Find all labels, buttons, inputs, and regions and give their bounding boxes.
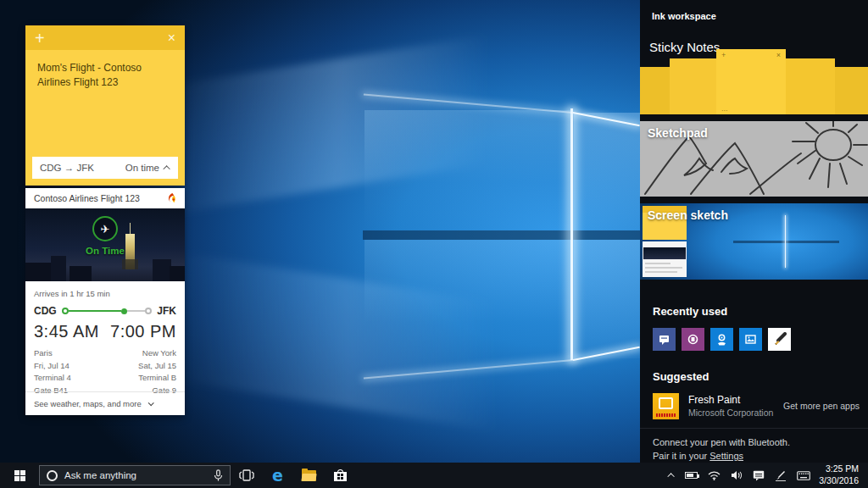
window-pane [574, 113, 640, 230]
suggested-label: Suggested [653, 370, 709, 383]
window-logo-crossbar [363, 230, 643, 240]
on-time-ring: ✈ [92, 216, 118, 241]
see-more-link[interactable]: See weather, maps, and more [25, 391, 185, 415]
task-view-icon [239, 469, 254, 481]
sticky-note-text[interactable]: Mom's Flight - Contoso Airlines Flight 1… [25, 50, 170, 102]
origin-terminal: Terminal 4 [34, 372, 71, 385]
flight-card-title: Contoso Airlines Flight 123 [34, 193, 140, 203]
plane-position-dot [121, 308, 127, 314]
mini-text-line [645, 271, 677, 273]
action-center-button[interactable] [748, 463, 770, 488]
cortana-icon [47, 470, 58, 481]
mini-note-ellipsis: ... [721, 104, 728, 113]
desktop: + × Mom's Flight - Contoso Airlines Flig… [0, 0, 868, 488]
skyline [25, 263, 54, 281]
flight-photo: ✈ On Time [25, 208, 185, 281]
keyboard-icon [797, 471, 810, 480]
ink-workspace-button[interactable] [770, 463, 792, 488]
get-more-pen-apps-link[interactable]: Get more pen apps [783, 401, 860, 411]
destination-details: New York Sat, Jul 15 Terminal B Gate 9 [138, 347, 176, 397]
preview-note: + × ... [716, 49, 786, 114]
add-note-icon[interactable]: + [35, 30, 45, 47]
flight-insight-bar[interactable]: CDG → JFK On time [32, 157, 178, 179]
skyline [170, 266, 185, 281]
departure-time: 3:45 AM [34, 322, 99, 341]
destination-date: Sat, Jul 15 [138, 360, 176, 373]
search-input[interactable]: Ask me anything [39, 465, 231, 485]
window-pane [574, 240, 640, 358]
suggested-app-publisher: Microsoft Corporation [688, 408, 783, 418]
edge-browser-button[interactable]: e [262, 463, 293, 488]
file-explorer-button[interactable] [293, 463, 325, 488]
task-view-button[interactable] [231, 463, 262, 488]
origin-date: Fri, Jul 14 [34, 360, 71, 373]
skyline [153, 259, 171, 281]
pairing-line2-prefix: Pair it in your [653, 451, 709, 461]
recently-used-apps [653, 328, 791, 351]
flight-card-header: Contoso Airlines Flight 123 [25, 188, 185, 208]
store-button[interactable] [325, 463, 356, 488]
recent-app-tile[interactable] [768, 328, 791, 351]
taskbar: Ask me anything e [0, 463, 868, 488]
battery-button[interactable] [680, 463, 703, 488]
window-pane [364, 110, 571, 230]
close-note-icon[interactable]: × [168, 31, 175, 45]
start-button[interactable] [0, 463, 39, 488]
suggested-app-name[interactable]: Fresh Paint [688, 394, 783, 406]
preview-note [670, 58, 716, 114]
chevron-up-icon[interactable] [163, 165, 170, 172]
network-button[interactable] [703, 463, 726, 488]
preview-note [835, 67, 868, 114]
screen-sketch-label: Screen sketch [648, 208, 728, 222]
arrival-time: 7:00 PM [110, 322, 176, 341]
chevron-down-icon [147, 400, 153, 406]
volume-button[interactable] [726, 463, 748, 488]
fresh-paint-app-icon[interactable] [653, 393, 679, 419]
windows-logo-icon [14, 470, 25, 481]
sticky-note: + × Mom's Flight - Contoso Airlines Flig… [25, 25, 185, 186]
recent-app-tile[interactable] [682, 328, 704, 351]
taskbar-clock[interactable]: 3:25 PM 3/30/2016 [815, 463, 865, 486]
origin-details: Paris Fri, Jul 14 Terminal 4 Gate B41 [34, 347, 71, 397]
recent-app-tile[interactable] [653, 328, 676, 351]
ink-workspace-panel: Ink workspace Sticky Notes + × ... [640, 0, 868, 463]
destination-terminal: Terminal B [138, 372, 176, 385]
pairing-line2: Pair it in your Settings [653, 450, 868, 463]
settings-link[interactable]: Settings [709, 451, 743, 461]
canvas-glyph [659, 397, 673, 409]
touch-keyboard-button[interactable] [792, 463, 815, 488]
search-placeholder: Ask me anything [64, 470, 207, 480]
clock-date: 3/30/2016 [819, 475, 859, 487]
mini-window-crossbar [733, 241, 839, 243]
sketchpad-preview[interactable]: Sketchpad [640, 121, 868, 197]
recent-app-tile[interactable] [710, 328, 733, 351]
preview-note [640, 67, 670, 114]
sticky-notes-preview[interactable]: + × ... [640, 49, 868, 114]
screen-sketch-preview[interactable]: Screen sketch [640, 203, 868, 280]
progress-done [69, 310, 122, 312]
volume-icon [731, 470, 743, 480]
photos-icon [745, 334, 756, 345]
window-logo-vertical [570, 108, 573, 360]
panel-title: Ink workspace [652, 11, 716, 21]
arrival-note: Arrives in 1 hr 15 min [34, 289, 176, 298]
window-pane [364, 240, 571, 358]
destination-code: JFK [157, 305, 176, 317]
progress-track [62, 308, 153, 314]
flight-card: Contoso Airlines Flight 123 ✈ On Time Ar… [25, 188, 185, 415]
pen-pairing-footer: Connect your pen with Bluetooth. Pair it… [640, 428, 868, 463]
wifi-icon [708, 471, 721, 480]
mini-flight-card [643, 241, 687, 277]
chevron-up-icon [668, 473, 675, 480]
recently-used-label: Recently used [653, 305, 727, 318]
pen-icon [775, 470, 787, 481]
see-more-label: See weather, maps, and more [34, 399, 142, 408]
mini-window-vertical [785, 215, 786, 268]
battery-icon [685, 472, 698, 479]
recent-app-tile[interactable] [739, 328, 762, 351]
preview-note [786, 58, 835, 114]
progress-remaining [127, 310, 145, 312]
microphone-icon[interactable] [214, 469, 223, 482]
fresh-paint-icon [772, 332, 787, 347]
tray-expand-button[interactable] [665, 463, 680, 488]
